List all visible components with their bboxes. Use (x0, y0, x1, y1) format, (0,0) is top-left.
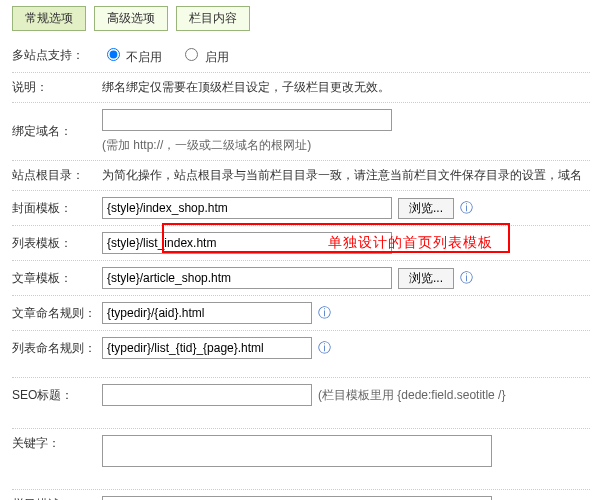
cover-input[interactable] (102, 197, 392, 219)
seo-hint: (栏目模板里用 {dede:field.seotitle /} (318, 387, 505, 404)
article-input[interactable] (102, 267, 392, 289)
label-multisite: 多站点支持： (12, 47, 102, 64)
tab-general[interactable]: 常规选项 (12, 6, 86, 31)
radio-off[interactable] (107, 48, 120, 61)
radio-on[interactable] (185, 48, 198, 61)
root-text: 为简化操作，站点根目录与当前栏目目录一致，请注意当前栏目文件保存目录的设置，域名 (102, 167, 582, 184)
seo-input[interactable] (102, 384, 312, 406)
domain-input[interactable] (102, 109, 392, 131)
annotation-text: 单独设计的首页列表模板 (328, 234, 493, 252)
listrule-input[interactable] (102, 337, 312, 359)
radio-on-label[interactable]: 启用 (180, 45, 228, 66)
label-desc: 说明： (12, 79, 102, 96)
label-cover: 封面模板： (12, 200, 102, 217)
keyword-input[interactable] (102, 435, 492, 467)
radio-off-label[interactable]: 不启用 (102, 45, 162, 66)
label-artrule: 文章命名规则： (12, 305, 102, 322)
desc-text: 绑名绑定仅需要在顶级栏目设定，子级栏目更改无效。 (102, 79, 390, 96)
help-icon[interactable]: ⓘ (318, 339, 331, 357)
label-article: 文章模板： (12, 270, 102, 287)
label-coldesc: 栏目描述： (12, 496, 102, 500)
label-root: 站点根目录： (12, 167, 102, 184)
label-listrule: 列表命名规则： (12, 340, 102, 357)
label-list: 列表模板： (12, 235, 102, 252)
help-icon[interactable]: ⓘ (318, 304, 331, 322)
help-icon[interactable]: ⓘ (460, 269, 473, 287)
label-keyword: 关键字： (12, 435, 102, 452)
coldesc-input[interactable] (102, 496, 492, 500)
artrule-input[interactable] (102, 302, 312, 324)
browse-cover[interactable]: 浏览... (398, 198, 454, 219)
browse-article[interactable]: 浏览... (398, 268, 454, 289)
label-seo: SEO标题： (12, 387, 102, 404)
domain-hint: (需加 http://，一级或二级域名的根网址) (102, 137, 311, 154)
label-domain: 绑定域名： (12, 123, 102, 140)
tab-content[interactable]: 栏目内容 (176, 6, 250, 31)
tab-advanced[interactable]: 高级选项 (94, 6, 168, 31)
help-icon[interactable]: ⓘ (460, 199, 473, 217)
